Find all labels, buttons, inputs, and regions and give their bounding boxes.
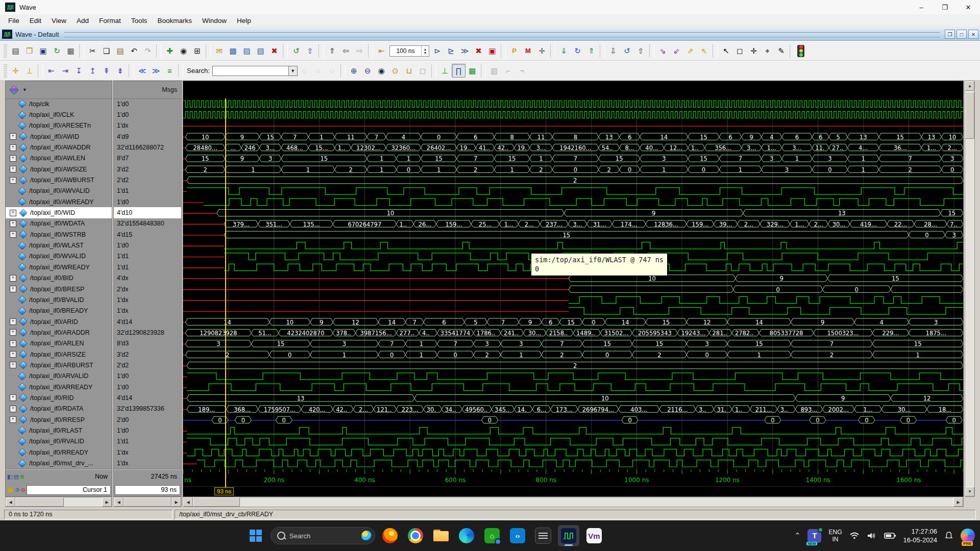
run-all-icon[interactable]: ≫ <box>458 44 472 58</box>
zoom-range-icon[interactable]: ⊔ <box>402 64 416 78</box>
cursor-step-down-icon[interactable]: ⇘ <box>656 44 670 58</box>
signal-row[interactable]: /top/axi_if0/WREADY <box>6 262 112 272</box>
wave-delete-icon[interactable]: ✖ <box>267 44 281 58</box>
waveform-canvas[interactable]: 1091571117406811813614156946651315131028… <box>183 81 964 497</box>
dock-icon[interactable]: ❐ <box>945 30 955 39</box>
expand-icon[interactable]: + <box>10 329 16 336</box>
expand-icon[interactable]: + <box>10 394 16 401</box>
pane-drag-grip[interactable] <box>64 32 940 37</box>
signal-row[interactable]: /top/axi_if0/WVALID <box>6 251 112 262</box>
select-pointer-icon[interactable]: ↖ <box>719 44 733 58</box>
find-previous-rising-edge-icon[interactable]: ⇞ <box>100 64 113 78</box>
signal-row[interactable]: /top/axi_if0/WLAST <box>6 240 112 251</box>
grid-view-icon[interactable]: ▦ <box>465 64 479 78</box>
file-explorer-icon[interactable] <box>430 525 452 546</box>
expand-icon[interactable]: + <box>10 166 16 172</box>
signal-row[interactable]: +/top/axi_if0/ARSIZE <box>6 349 112 360</box>
language-indicator[interactable]: ENGIN <box>828 529 842 543</box>
taskbar-search-pill[interactable]: Search <box>271 527 375 544</box>
signal-row[interactable]: +/top/axi_if0/WDATA <box>6 218 112 229</box>
run-continue-icon[interactable]: ⊵ <box>444 44 458 58</box>
remove-cursor-icon[interactable]: ⊖ <box>21 487 26 493</box>
signal-row[interactable]: /top/axi_if0/ARREADY <box>6 382 112 392</box>
toolbar-drag-handle[interactable] <box>4 64 7 78</box>
stop-sim-icon[interactable]: ▣ <box>485 44 499 58</box>
event-view-icon[interactable]: ⊥ <box>438 64 452 78</box>
expand-icon[interactable]: + <box>10 275 16 282</box>
close-button[interactable]: ✕ <box>957 0 980 14</box>
expand-icon[interactable]: + <box>10 351 16 358</box>
questa-vm-icon[interactable]: Vm <box>583 525 605 546</box>
menu-edit[interactable]: Edit <box>24 15 46 26</box>
signal-row[interactable]: /top/axi_if0/ARVALID <box>6 371 112 382</box>
signal-row[interactable]: +/top/axi_if0/BRESP <box>6 284 112 294</box>
clock-indicator[interactable]: 17:27:06 16-05-2024 <box>903 527 938 544</box>
wave-virtual-icon[interactable]: ▨ <box>240 44 254 58</box>
signal-names-header[interactable]: ▼ <box>6 81 112 99</box>
expand-icon[interactable]: + <box>10 406 16 412</box>
restart-icon[interactable]: ⇤ <box>375 44 388 58</box>
memory-profile-icon[interactable]: M <box>521 44 535 58</box>
signal-row[interactable]: +/top/axi_if0/BID <box>6 273 112 284</box>
expand-icon[interactable]: + <box>10 220 16 227</box>
zoom-select-mode-icon[interactable]: ◻ <box>733 44 747 58</box>
search-dropdown-icon[interactable]: ▼ <box>289 66 298 76</box>
next-event-icon[interactable]: ⇩ <box>606 44 620 58</box>
pan-mode-icon[interactable]: ✛ <box>747 44 761 58</box>
wifi-icon[interactable] <box>849 532 860 540</box>
maximize-icon[interactable]: □ <box>957 30 967 39</box>
cut-icon[interactable]: ✂ <box>86 44 100 58</box>
expand-time-icon[interactable]: ≫ <box>149 64 163 78</box>
find-previous-transition-icon[interactable]: ⇤ <box>44 64 58 78</box>
scroll-up-icon[interactable]: ▲ <box>965 81 974 91</box>
close-icon[interactable]: ✕ <box>968 30 978 39</box>
expand-icon[interactable]: + <box>10 144 16 151</box>
scroll-left-icon[interactable]: ◀ <box>183 497 193 507</box>
store-icon[interactable]: ⌂ <box>481 525 503 546</box>
wave-compare-icon[interactable]: ▩ <box>226 44 240 58</box>
paste-icon[interactable]: ▤ <box>113 44 127 58</box>
chrome-icon[interactable] <box>405 525 426 546</box>
menu-window[interactable]: Window <box>197 15 232 26</box>
log-import-icon[interactable]: ✉ <box>212 44 226 58</box>
signal-row[interactable]: +/top/axi_if0/RDATA <box>6 404 112 414</box>
crosshair-mode-icon[interactable]: ⌖ <box>761 44 774 58</box>
zoom-in-icon[interactable]: ⊕ <box>347 64 361 78</box>
expand-icon[interactable]: + <box>10 286 16 292</box>
signal-row[interactable]: +/top/axi_if0/WID <box>6 207 112 218</box>
edge-icon[interactable] <box>456 525 477 546</box>
add-cursor-icon[interactable]: ✛ <box>9 64 22 78</box>
signal-row[interactable]: /top/axi_if0/mst_drv_... <box>6 458 112 468</box>
expand-all-icon[interactable]: ≡ <box>163 64 177 78</box>
signal-row[interactable]: /top/axi_if0/RVALID <box>6 436 112 447</box>
tray-overflow-chevron-icon[interactable]: ⌃ <box>794 531 801 540</box>
text-editor-icon[interactable] <box>532 525 554 546</box>
zoom-cursor-icon[interactable]: ⊙ <box>388 64 402 78</box>
find-next-rising-edge-icon[interactable]: ⇟ <box>113 64 127 78</box>
wave-pane-header[interactable]: Wave - Default ❐□✕ <box>0 28 980 41</box>
signal-row[interactable]: /top/axi_if0/AWREADY <box>6 196 112 207</box>
expand-icon[interactable]: + <box>10 133 16 140</box>
select-all-icon[interactable]: ◧ <box>7 474 12 480</box>
signal-row[interactable]: /top/axi_if0/AWVALID <box>6 186 112 196</box>
modelsim-icon[interactable] <box>558 525 579 546</box>
scroll-left-icon[interactable]: ◀ <box>6 497 15 507</box>
signal-row[interactable]: +/top/axi_if0/AWSIZE <box>6 164 112 174</box>
wave-scroll-thumb[interactable] <box>193 497 240 507</box>
find-previous-falling-edge-icon[interactable]: ↧ <box>72 64 86 78</box>
copy-icon[interactable]: ❏ <box>100 44 113 58</box>
scroll-down-icon[interactable]: ▼ <box>965 487 974 496</box>
expand-icon[interactable]: + <box>10 210 16 216</box>
values-horizontal-scrollbar[interactable]: ◀ ▶ <box>113 497 182 507</box>
find-next-falling-edge-icon[interactable]: ↥ <box>86 64 100 78</box>
vertical-scroll-thumb[interactable] <box>965 92 974 139</box>
promote-icon[interactable]: ⇑ <box>584 44 598 58</box>
signal-row[interactable]: /top/axi_if0/RREADY <box>6 447 112 458</box>
expand-icon[interactable]: + <box>10 155 16 162</box>
teams-icon[interactable]: T NEW <box>807 529 821 543</box>
menu-bookmarks[interactable]: Bookmarks <box>152 15 197 26</box>
scroll-right-icon[interactable]: ▶ <box>172 497 181 507</box>
signal-row[interactable]: /top/axi_if0/ARESETn <box>6 120 112 131</box>
signal-row[interactable]: +/top/axi_if0/AWADDR <box>6 142 112 153</box>
menu-add[interactable]: Add <box>71 15 94 26</box>
